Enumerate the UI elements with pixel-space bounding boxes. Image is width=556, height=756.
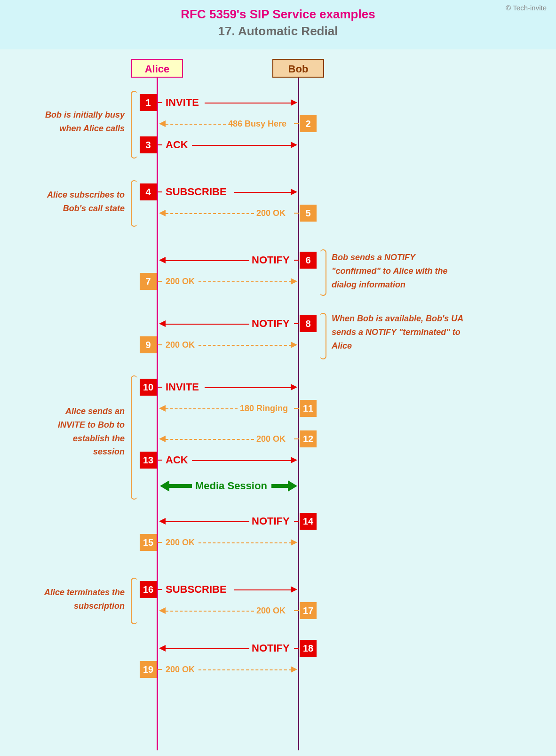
step-4-box: 4 [140,183,157,200]
header: RFC 5359's SIP Service examples 17. Auto… [0,0,556,49]
note-6: Alice terminates the subscription [35,586,125,613]
tick [294,323,299,324]
arrow-2 [166,124,226,125]
step-11-box: 11 [300,400,317,417]
arrowhead-5 [159,210,166,216]
tick [294,610,299,611]
step-3-box: 3 [140,136,157,153]
step-4-label: SUBSCRIBE [166,186,227,198]
note-4: When Bob is available, Bob's UA sends a … [332,312,468,352]
arrowhead-19 [291,666,297,673]
bracket-5 [131,375,137,500]
step-14-label: NOTIFY [252,515,290,527]
actor-alice: Alice [131,59,183,78]
arrowhead-9 [291,342,297,348]
arrow-6 [166,260,249,261]
tick [294,260,299,261]
tick [294,438,299,439]
step-19-box: 19 [140,661,157,678]
page-title-1: RFC 5359's SIP Service examples [0,7,556,22]
step-1-box: 1 [140,94,157,111]
media-arrow-left [168,484,192,488]
arrowhead-17 [159,607,166,614]
step-11-label: 180 Ringing [240,404,288,414]
bracket-1 [131,91,137,159]
arrowhead-1 [291,99,297,106]
step-15-label: 200 OK [166,538,195,548]
actor-bob: Bob [272,59,324,78]
step-16-box: 16 [140,581,157,598]
step-9-label: 200 OK [166,340,195,350]
tick [294,521,299,522]
arrow-18 [166,648,249,649]
arrow-7 [199,281,292,282]
tick [294,123,299,124]
step-12-label: 200 OK [256,434,286,444]
tick [158,102,162,103]
lifeline-alice [157,78,158,750]
step-6-box: 6 [300,252,317,269]
step-7-label: 200 OK [166,277,195,286]
step-14-box: 14 [300,513,317,530]
arrow-4 [234,192,292,193]
arrow-12 [166,439,254,440]
arrow-10 [205,387,292,388]
arrow-14 [166,521,249,522]
step-10-box: 10 [140,379,157,396]
step-5-label: 200 OK [256,208,286,218]
step-18-label: NOTIFY [252,642,290,654]
arrowhead-7 [291,278,297,285]
step-13-box: 13 [140,452,157,469]
tick [158,589,162,590]
step-17-box: 17 [300,602,317,619]
arrowhead-12 [159,436,166,442]
step-3-label: ACK [166,139,188,151]
copyright: © Tech-invite [506,4,547,12]
step-13-label: ACK [166,454,188,466]
arrow-16 [234,589,292,590]
arrow-9 [199,345,292,346]
note-5: Alice sends an INVITE to Bob to establis… [47,405,125,459]
step-5-box: 5 [300,205,317,222]
arrow-1 [205,103,292,103]
step-2-box: 2 [300,115,317,132]
arrowhead-15 [291,539,297,546]
tick [294,213,299,214]
tick [158,191,162,192]
note-1: Bob is initially busy when Alice calls [38,108,125,135]
step-6-label: NOTIFY [252,254,290,266]
tick [158,460,162,461]
arrowhead-2 [159,120,166,127]
bracket-6 [131,578,137,624]
arrow-15 [199,542,292,543]
arrow-19 [199,669,292,670]
arrowhead-14 [159,518,166,525]
arrowhead-16 [291,586,297,593]
tick [158,542,162,543]
note-3: Bob sends a NOTIFY "confirmed" to Alice … [332,251,454,291]
step-12-box: 12 [300,430,317,447]
arrow-3 [192,145,292,146]
media-session-label: Media Session [195,480,267,492]
step-2-label: 486 Busy Here [228,119,286,129]
arrowhead-13 [291,457,297,463]
step-15-box: 15 [140,534,157,551]
tick [294,408,299,409]
note-2: Alice subscribes to Bob's call state [35,188,125,215]
arrowhead-3 [291,142,297,148]
step-9-box: 9 [140,336,157,353]
tick [158,144,162,145]
tick [158,669,162,670]
media-arrowhead-left [160,480,169,492]
bracket-2 [131,180,137,227]
step-16-label: SUBSCRIBE [166,583,227,596]
bracket-4 [320,313,326,359]
arrowhead-6 [159,257,166,263]
step-7-box: 7 [140,273,157,290]
step-17-label: 200 OK [256,606,286,616]
step-19-label: 200 OK [166,665,195,675]
bracket-3 [320,249,326,296]
step-8-box: 8 [300,315,317,332]
arrow-8 [166,324,249,325]
tick [158,281,162,282]
